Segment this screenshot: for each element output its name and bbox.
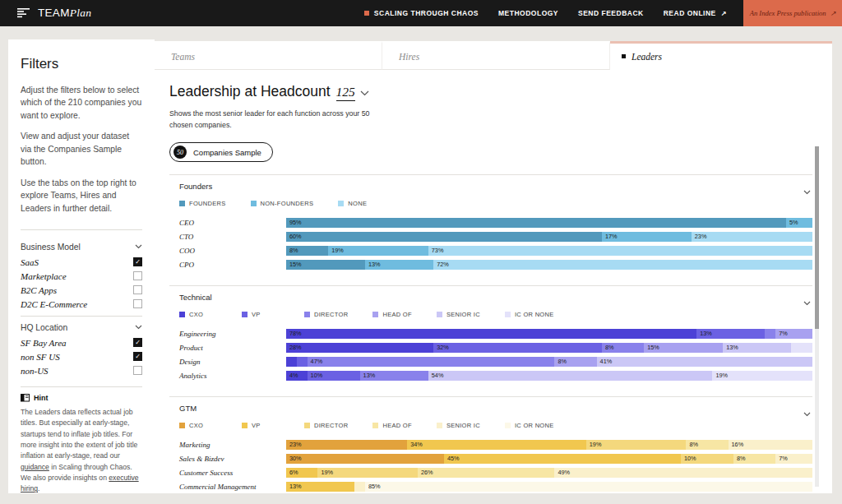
publication-label: An Index Press publication xyxy=(750,9,826,17)
section-collapse-button[interactable] xyxy=(803,294,811,309)
publication-link[interactable]: An Index Press publication ↗ xyxy=(743,0,842,26)
hint-link-guidance[interactable]: guidance xyxy=(21,463,49,471)
filter-option-marketplace: Marketplace xyxy=(21,271,142,281)
segment-value-label: 4% xyxy=(286,371,308,381)
legend-label: IC OR NONE xyxy=(515,311,554,318)
filters-title: Filters xyxy=(21,56,142,72)
bar-segment-vp: 13% xyxy=(286,482,354,492)
bar-segment-none: 23% xyxy=(692,232,812,242)
bar-segment-none: 72% xyxy=(433,260,812,270)
checkbox-sf-bay-area[interactable]: ✓ xyxy=(133,338,142,347)
segment-value-label: 13% xyxy=(360,371,428,381)
legend-swatch-icon xyxy=(372,312,378,317)
nav-link-send-feedback[interactable]: SEND FEEDBACK xyxy=(578,9,644,17)
legend-item-cxo: CXO xyxy=(179,422,217,429)
segment-value-label: 8% xyxy=(686,440,728,450)
segment-value-label: 72% xyxy=(433,260,812,270)
legend-label: NON-FOUNDERS xyxy=(261,200,314,207)
legend-label: NONE xyxy=(348,200,367,207)
stacked-bar: 6%19%26%49% xyxy=(286,468,812,478)
segment-value-label: 8% xyxy=(554,357,596,367)
tab-teams[interactable]: Teams xyxy=(155,41,382,70)
checkbox-marketplace[interactable] xyxy=(133,271,142,280)
filters-description-1: Adjust the filters below to select which… xyxy=(21,84,142,122)
checkbox-d2c-e-commerce[interactable] xyxy=(133,299,142,308)
segment-value-label: 30% xyxy=(286,454,444,464)
page-subtitle: Shows the most senior leader for each fu… xyxy=(169,109,391,131)
checkbox-non-sf-us[interactable]: ✓ xyxy=(133,352,142,361)
legend-item-founders: FOUNDERS xyxy=(179,200,226,207)
legend-swatch-icon xyxy=(242,423,248,428)
sidebar-divider xyxy=(21,229,142,230)
tab-leaders[interactable]: Leaders xyxy=(610,41,832,70)
chart-row-ceo: CEO95%5% xyxy=(179,215,812,229)
logo-icon xyxy=(16,7,30,20)
nav-link-label: SEND FEEDBACK xyxy=(578,9,644,17)
tab-label: Leaders xyxy=(632,52,662,62)
legend-swatch-icon xyxy=(179,201,185,206)
segment-value-label: 13% xyxy=(696,329,765,339)
tab-hires[interactable]: Hires xyxy=(382,41,610,70)
bar-segment-senior-ic xyxy=(354,482,365,492)
legend-label: SENIOR IC xyxy=(446,422,480,429)
bar-segment-director: 10% xyxy=(681,454,733,464)
filter-option-b2c-apps: B2C Apps xyxy=(21,285,142,295)
bar-segment-non-founders: 17% xyxy=(602,232,692,242)
legend-label: VP xyxy=(252,422,261,429)
legend-item-vp: VP xyxy=(242,422,280,429)
nav-link-read-online[interactable]: READ ONLINE↗ xyxy=(664,9,727,17)
headcount-dropdown[interactable]: 125 xyxy=(336,85,369,101)
row-label: Marketing xyxy=(179,441,286,449)
companies-sample-button[interactable]: 50 Companies Sample xyxy=(169,142,273,162)
checkbox-non-us[interactable] xyxy=(133,366,142,375)
filters-sidebar: Filters Adjust the filters below to sele… xyxy=(8,39,155,493)
legend-label: SENIOR IC xyxy=(446,311,480,318)
section-title: GTM xyxy=(179,404,812,413)
legend-item-vp: VP xyxy=(242,311,280,318)
chevron-down-icon xyxy=(135,325,142,330)
chart-row-cpo: CPO15%13%72% xyxy=(179,257,812,271)
chart-row-cto: CTO60%17%23% xyxy=(179,229,812,243)
page-title-text: Leadership at Headcount xyxy=(169,83,331,100)
nav-link-methodology[interactable]: METHODOLOGY xyxy=(498,9,558,17)
chart-row-product: Product28%32%8%15%13% xyxy=(179,340,812,354)
bar-segment-head-of: 26% xyxy=(418,468,554,478)
segment-value-label: 8% xyxy=(602,343,644,353)
section-collapse-button[interactable] xyxy=(803,183,811,198)
segment-value-label: 23% xyxy=(286,440,407,450)
chart-section-gtm: GTMCXOVPDIRECTORHEAD OFSENIOR ICIC OR NO… xyxy=(169,396,812,493)
legend-item-senior-ic: SENIOR IC xyxy=(437,422,480,429)
hint-title: Hint xyxy=(34,394,49,402)
hint-link-executive-hiring[interactable]: executive hiring xyxy=(21,474,139,492)
filter-option-non-sf-us: non SF US✓ xyxy=(21,352,142,362)
bar-segment-vp: 32% xyxy=(433,343,602,353)
sidebar-divider xyxy=(21,386,142,387)
app-logo[interactable]: TEAMPlan xyxy=(0,7,91,20)
headcount-value: 125 xyxy=(336,85,355,101)
bar-segment-director: 13% xyxy=(360,371,428,381)
checkbox-b2c-apps[interactable] xyxy=(133,285,142,294)
hint-book-icon xyxy=(21,394,30,402)
chevron-down-icon xyxy=(803,301,811,306)
legend-swatch-icon xyxy=(437,312,442,317)
filter-group-hq-location[interactable]: HQ Location xyxy=(21,323,142,332)
filter-option-label: D2C E-Commerce xyxy=(21,299,87,309)
vertical-scrollbar[interactable] xyxy=(815,146,819,487)
bar-segment-ic-or-none xyxy=(791,343,812,353)
sample-count-badge: 50 xyxy=(173,146,187,159)
segment-value-label: 41% xyxy=(597,357,812,367)
checkbox-saas[interactable]: ✓ xyxy=(133,257,142,266)
row-label: Design xyxy=(179,358,286,366)
legend-item-senior-ic: SENIOR IC xyxy=(437,311,480,318)
chart-row-engineering: Engineering78%13%7% xyxy=(179,326,812,340)
section-collapse-button[interactable] xyxy=(803,405,811,420)
nav-link-scaling-through-chaos[interactable]: SCALING THROUGH CHAOS xyxy=(364,9,479,17)
tab-bar: TeamsHiresLeaders xyxy=(155,41,832,70)
filter-group-business-model[interactable]: Business Model xyxy=(21,243,142,252)
scrollbar-thumb[interactable] xyxy=(815,146,819,329)
logo-text: TEAMPlan xyxy=(38,7,91,20)
chart-section-founders: FoundersFOUNDERSNON-FOUNDERSNONECEO95%5%… xyxy=(169,174,812,285)
nav-link-label: READ ONLINE xyxy=(664,9,716,17)
legend-swatch-icon xyxy=(372,423,378,428)
stacked-bar: 23%34%19%8%16% xyxy=(286,440,812,450)
